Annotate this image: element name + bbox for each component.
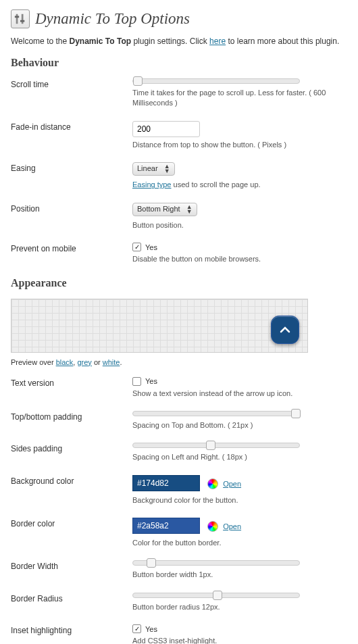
position-select[interactable]: Bottom Right ▲▼ — [132, 203, 197, 216]
text-version-help: Show a text version instead of the arrow… — [132, 389, 347, 399]
prevent-mobile-checkbox[interactable]: ✓ — [132, 243, 141, 251]
svg-rect-2 — [15, 16, 19, 18]
select-arrows-icon: ▲▼ — [164, 164, 170, 174]
fade-distance-help: Distance from top to show the button. ( … — [132, 141, 286, 149]
prevent-mobile-label: Prevent on mobile — [11, 243, 132, 253]
easing-label: Easing — [11, 162, 132, 173]
scroll-time-help: Time it takes for the page to scroll up.… — [132, 88, 347, 109]
border-radius-slider[interactable] — [132, 593, 300, 598]
preview-black-link[interactable]: black — [56, 358, 74, 366]
slider-handle[interactable] — [206, 441, 215, 450]
color-wheel-icon — [207, 521, 218, 532]
chevron-up-icon — [280, 326, 290, 333]
border-color-input[interactable] — [132, 518, 200, 534]
svg-rect-0 — [16, 14, 18, 24]
button-preview — [11, 299, 308, 353]
behaviour-heading: Behaviour — [11, 57, 347, 69]
border-width-label: Border Width — [11, 560, 132, 571]
scroll-time-label: Scroll time — [11, 78, 132, 89]
scroll-time-slider[interactable] — [132, 78, 300, 84]
bg-color-input[interactable] — [132, 475, 200, 491]
preview-grey-link[interactable]: grey — [77, 358, 91, 366]
slider-handle[interactable] — [291, 409, 301, 418]
text-version-label: Text version — [11, 377, 132, 388]
select-arrows-icon: ▲▼ — [186, 205, 193, 214]
slider-handle[interactable] — [213, 591, 222, 600]
totop-preview-button[interactable] — [271, 316, 299, 344]
bg-color-open-link[interactable]: Open — [223, 480, 241, 488]
prevent-mobile-yes: Yes — [145, 243, 157, 251]
border-color-open-link[interactable]: Open — [223, 522, 241, 530]
prevent-mobile-help: Disable the button on mobile browsers. — [132, 254, 347, 264]
border-color-label: Border color — [11, 518, 132, 528]
preview-over-text: Preview over black, grey or white. — [11, 358, 347, 366]
settings-sliders-icon — [11, 9, 30, 28]
sides-padding-slider[interactable] — [132, 443, 300, 448]
page-title-text: Dynamic To Top Options — [35, 10, 190, 28]
easing-type-link[interactable]: Easing type — [132, 180, 171, 189]
easing-select[interactable]: Linear ▲▼ — [132, 162, 175, 176]
slider-handle[interactable] — [133, 76, 143, 86]
intro-here-link[interactable]: here — [209, 36, 226, 46]
bg-color-label: Background color — [11, 475, 132, 486]
fade-distance-label: Fade-in distance — [11, 121, 132, 132]
sides-padding-label: Sides padding — [11, 443, 132, 453]
svg-rect-3 — [20, 20, 24, 22]
page-title: Dynamic To Top Options — [11, 9, 347, 28]
slider-handle[interactable] — [147, 558, 156, 568]
position-help: Button position. — [132, 221, 184, 229]
top-padding-label: Top/bottom padding — [11, 411, 132, 422]
inset-label: Inset highlighting — [11, 624, 132, 635]
fade-distance-input[interactable] — [132, 121, 200, 137]
svg-rect-1 — [22, 14, 24, 24]
border-radius-label: Border Radius — [11, 593, 132, 603]
color-wheel-icon — [207, 478, 218, 489]
top-padding-slider[interactable] — [132, 411, 300, 416]
text-version-checkbox[interactable] — [132, 377, 141, 386]
border-width-slider[interactable] — [132, 560, 300, 566]
preview-white-link[interactable]: white — [103, 358, 120, 366]
inset-checkbox[interactable]: ✓ — [132, 624, 141, 633]
appearance-heading: Appearance — [11, 277, 347, 289]
position-label: Position — [11, 203, 132, 214]
intro-text: Welcome to the Dynamic To Top plugin set… — [11, 36, 347, 46]
